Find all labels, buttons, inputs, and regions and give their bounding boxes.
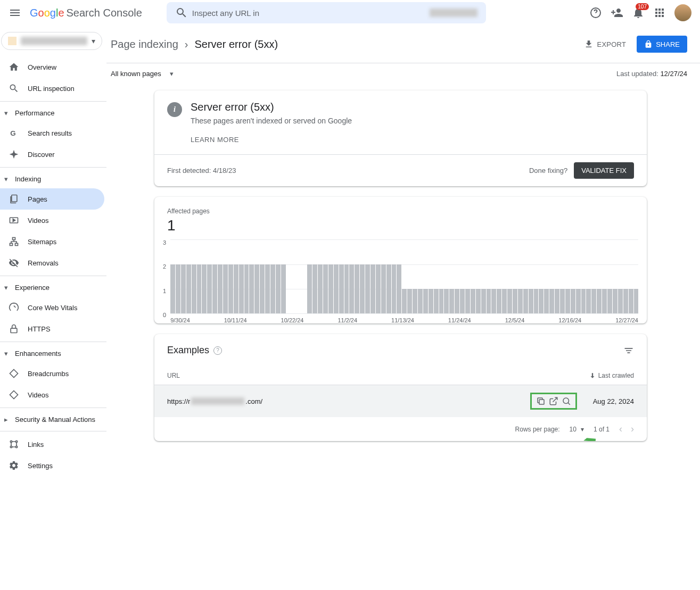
- visibility-off-icon: [9, 257, 19, 268]
- validate-fix-button[interactable]: VALIDATE FIX: [574, 162, 634, 179]
- affected-pages-chart: 3210 9/30/2410/11/2410/22/2411/2/2411/13…: [163, 239, 638, 319]
- learn-more-button[interactable]: LEARN MORE: [191, 136, 634, 144]
- svg-text:G: G: [10, 129, 15, 137]
- export-button[interactable]: EXPORT: [578, 35, 632, 53]
- breadcrumb-current: Server error (5xx): [194, 38, 278, 51]
- sidebar-item-links[interactable]: Links: [0, 434, 104, 455]
- search-icon: [175, 6, 188, 19]
- people-icon[interactable]: [611, 6, 623, 19]
- svg-rect-5: [10, 243, 13, 245]
- sidebar-item-label: Overview: [28, 63, 56, 71]
- sidebar-item-sitemaps[interactable]: Sitemaps: [0, 231, 104, 252]
- sidebar-item-label: Discover: [28, 151, 55, 159]
- prev-page-button[interactable]: ‹: [619, 423, 622, 435]
- download-icon: [584, 39, 594, 49]
- share-button[interactable]: SHARE: [637, 36, 687, 53]
- search-domain-blur: [430, 9, 477, 17]
- issue-card: i Server error (5xx) These pages aren't …: [154, 90, 647, 186]
- sidebar-item-label: HTTPS: [28, 325, 51, 333]
- search-input[interactable]: [192, 9, 430, 18]
- open-icon[interactable]: [549, 396, 558, 406]
- sidebar-header-experience[interactable]: ▾ Experience: [0, 278, 106, 297]
- last-updated-date: 12/27/24: [660, 70, 687, 78]
- page-range: 1 of 1: [594, 426, 610, 433]
- caret-down-icon: ▾: [170, 70, 174, 78]
- affected-pages-label: Affected pages: [167, 207, 634, 215]
- home-icon: [9, 62, 19, 72]
- caret-down-icon: ▾: [581, 426, 584, 433]
- caret-right-icon: ▸: [4, 416, 11, 423]
- svg-point-11: [15, 446, 17, 447]
- search-box[interactable]: [167, 2, 486, 23]
- sidebar-header-indexing[interactable]: ▾ Indexing: [0, 170, 106, 188]
- svg-rect-7: [11, 328, 17, 333]
- divider: [0, 167, 106, 168]
- help-icon[interactable]: [589, 6, 602, 19]
- help-icon[interactable]: ?: [213, 346, 222, 355]
- sidebar-item-https[interactable]: HTTPS: [0, 318, 104, 339]
- scope-filter[interactable]: All known pages ▾: [111, 70, 174, 78]
- first-detected-label: First detected:: [167, 167, 211, 174]
- copy-icon[interactable]: [536, 396, 546, 406]
- search-icon: [9, 83, 19, 94]
- sidebar-header-performance[interactable]: ▾ Performance: [0, 104, 106, 122]
- row-actions: [530, 393, 577, 410]
- sidebar-item-pages[interactable]: Pages: [0, 188, 104, 210]
- sidebar-item-url-inspection[interactable]: URL inspection: [0, 78, 104, 99]
- avatar[interactable]: [674, 4, 691, 21]
- divider: [0, 342, 106, 342]
- filter-icon[interactable]: [623, 345, 634, 356]
- speed-icon: [9, 302, 19, 313]
- export-label: EXPORT: [597, 40, 626, 48]
- svg-point-13: [563, 398, 569, 404]
- svg-rect-4: [13, 238, 15, 240]
- notification-badge: 107: [636, 3, 649, 10]
- notifications-icon[interactable]: 107: [632, 6, 645, 19]
- sidebar-item-breadcrumbs[interactable]: Breadcrumbs: [0, 363, 104, 384]
- sidebar-item-label: Videos: [28, 391, 49, 399]
- svg-point-9: [15, 441, 17, 442]
- sidebar-item-label: Core Web Vitals: [28, 304, 77, 312]
- inspect-icon[interactable]: [562, 396, 571, 406]
- sidebar-item-settings[interactable]: Settings: [0, 455, 104, 476]
- sidebar-item-cwv[interactable]: Core Web Vitals: [0, 297, 104, 318]
- pagination: Rows per page: 10 ▾ 1 of 1 ‹ ›: [154, 417, 647, 441]
- next-page-button[interactable]: ›: [631, 423, 634, 435]
- sidebar-item-search-results[interactable]: G Search results: [0, 122, 104, 144]
- rows-per-page-label: Rows per page:: [515, 426, 560, 433]
- discover-icon: [9, 149, 19, 160]
- breadcrumb-parent[interactable]: Page indexing: [111, 38, 178, 51]
- sidebar-item-videos-enh[interactable]: Videos: [0, 384, 104, 405]
- diamond-icon: [9, 368, 19, 379]
- gear-icon: [9, 460, 19, 471]
- sitemap-icon: [9, 236, 19, 247]
- property-selector[interactable]: ▾: [1, 32, 102, 50]
- divider: [0, 408, 106, 408]
- info-icon: i: [167, 102, 182, 117]
- rows-per-page-select[interactable]: 10 ▾: [570, 426, 584, 433]
- sidebar-header-enhancements[interactable]: ▾ Enhancements: [0, 344, 106, 363]
- hamburger-icon[interactable]: [9, 6, 21, 19]
- sidebar-header-label: Security & Manual Actions: [15, 416, 95, 423]
- sidebar-header-security[interactable]: ▸ Security & Manual Actions: [0, 410, 106, 429]
- divider: [0, 276, 106, 276]
- table-row[interactable]: https://r .com/ Aug 22, 2024: [154, 385, 647, 417]
- sidebar-header-label: Enhancements: [15, 350, 61, 358]
- svg-point-8: [10, 441, 12, 442]
- property-name-blur: [21, 37, 87, 45]
- divider: [0, 431, 106, 431]
- caret-down-icon: ▾: [4, 284, 11, 292]
- sidebar-item-removals[interactable]: Removals: [0, 252, 104, 273]
- sidebar-item-discover[interactable]: Discover: [0, 144, 104, 165]
- date-cell: Aug 22, 2024: [593, 397, 634, 405]
- url-cell: https://r .com/: [167, 397, 530, 405]
- apps-icon[interactable]: [653, 6, 666, 19]
- svg-rect-6: [15, 243, 18, 245]
- svg-point-10: [10, 446, 12, 447]
- lock-icon: [644, 40, 653, 48]
- sidebar-header-label: Indexing: [15, 175, 41, 183]
- sidebar-item-overview[interactable]: Overview: [0, 56, 104, 78]
- pages-icon: [9, 194, 19, 204]
- col-date-header[interactable]: Last crawled: [589, 372, 634, 379]
- sidebar-item-videos[interactable]: Videos: [0, 210, 104, 231]
